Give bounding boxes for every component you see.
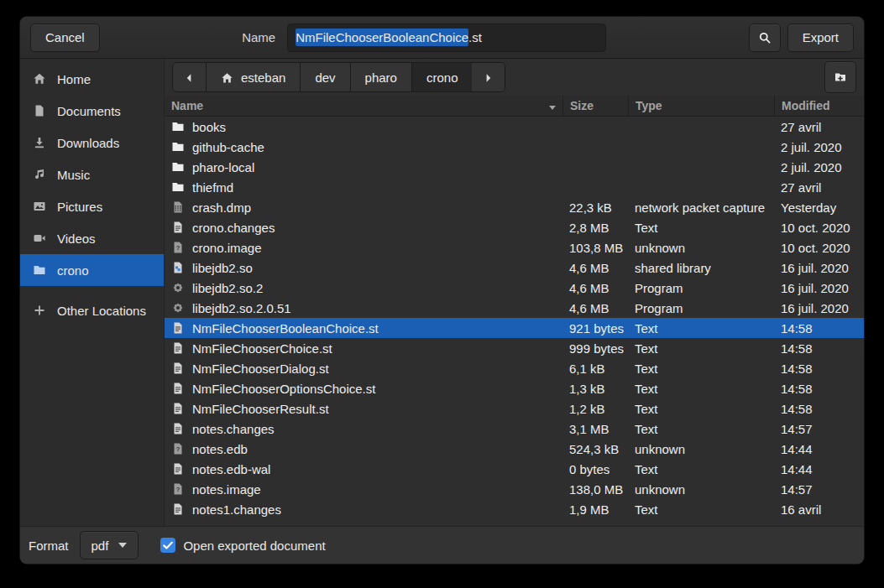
path-crumb-crono[interactable]: crono — [412, 63, 473, 91]
folder-icon — [171, 180, 185, 194]
new-folder-icon — [834, 70, 847, 84]
file-name: books — [192, 120, 226, 134]
dialog-body: HomeDocumentsDownloadsMusicPicturesVideo… — [20, 59, 864, 526]
program-file-icon — [171, 281, 185, 294]
svg-text:?: ? — [176, 445, 180, 453]
file-type: Program — [628, 301, 774, 315]
filename-input[interactable]: NmFileChooserBooleanChoice.st — [287, 23, 606, 52]
sidebar: HomeDocumentsDownloadsMusicPicturesVideo… — [20, 59, 165, 526]
column-header-name[interactable]: Name — [165, 96, 562, 116]
file-modified: 10 oct. 2020 — [774, 221, 864, 235]
content-pane: estebandevpharocrono NameSizeTypeModifie… — [165, 59, 864, 526]
text-file-icon — [171, 462, 185, 476]
file-name: NmFileChooserResult.st — [192, 402, 329, 416]
file-row-nmfilechooserchoice-st[interactable]: NmFileChooserChoice.st999 bytesText14:58 — [165, 338, 864, 358]
sidebar-item-label: Videos — [57, 232, 96, 246]
file-name: NmFileChooserBooleanChoice.st — [192, 321, 379, 336]
music-icon — [33, 168, 46, 181]
sidebar-item-downloads[interactable]: Downloads — [20, 127, 164, 159]
file-row-notes-changes[interactable]: notes.changes3,1 MBText14:57 — [165, 419, 864, 439]
file-type: Text — [628, 382, 774, 396]
download-icon — [33, 136, 46, 149]
file-row-nmfilechooserdialog-st[interactable]: NmFileChooserDialog.st6,1 kBText14:58 — [165, 358, 864, 378]
unknown-file-icon: ? — [171, 482, 185, 496]
file-size: 138,0 MB — [562, 482, 628, 497]
file-modified: Yesterday — [774, 200, 864, 215]
path-crumb-label: esteban — [241, 70, 285, 85]
file-modified: 16 juil. 2020 — [774, 261, 864, 275]
sidebar-item-other-locations[interactable]: Other Locations — [20, 294, 164, 326]
file-name: pharo-local — [192, 160, 254, 174]
file-row-github-cache[interactable]: github-cache2 juil. 2020 — [165, 137, 864, 157]
file-row-notes-image[interactable]: ?notes.image138,0 MBunknown14:57 — [165, 479, 864, 499]
filename-selected-text: NmFileChooserBooleanChoice — [296, 29, 468, 46]
check-icon — [161, 539, 175, 552]
path-back-button[interactable] — [173, 63, 207, 91]
file-row-nmfilechooserresult-st[interactable]: NmFileChooserResult.st1,2 kBText14:58 — [165, 398, 864, 419]
file-type: unknown — [628, 482, 774, 497]
file-size: 921 bytes — [562, 321, 628, 336]
file-size: 999 bytes — [562, 341, 628, 356]
file-row-libejdb2-so-2-0-51[interactable]: libejdb2.so.2.0.514,6 MBProgram16 juil. … — [165, 298, 864, 318]
file-type: network packet capture — [628, 200, 774, 215]
sidebar-item-crono[interactable]: crono — [20, 254, 164, 286]
pathbar: estebandevpharocrono — [172, 62, 505, 92]
home-icon — [221, 71, 233, 84]
file-row-libejdb2-so[interactable]: libejdb2.so4,6 MBshared library16 juil. … — [165, 258, 864, 278]
file-row-crono-image[interactable]: ?crono.image103,8 MBunknown10 oct. 2020 — [165, 237, 864, 258]
column-header-type[interactable]: Type — [628, 96, 774, 116]
search-icon — [758, 31, 772, 44]
file-type: Text — [628, 462, 774, 476]
file-name: crash.dmp — [192, 200, 251, 215]
file-row-notes-edb[interactable]: ?notes.edb524,3 kBunknown14:44 — [165, 439, 864, 459]
folder-icon — [171, 140, 185, 154]
header-bar: Cancel Name NmFileChooserBooleanChoice.s… — [20, 17, 864, 59]
path-crumb-dev[interactable]: dev — [301, 63, 350, 91]
unknown-file-icon: ? — [171, 241, 185, 254]
file-row-books[interactable]: books27 avril — [165, 117, 864, 137]
open-exported-checkbox[interactable] — [160, 538, 175, 553]
chevron-left-icon — [183, 71, 196, 84]
new-folder-button[interactable] — [824, 61, 856, 93]
format-dropdown[interactable]: pdf — [80, 531, 139, 559]
sidebar-item-documents[interactable]: Documents — [20, 95, 164, 127]
column-header-label: Type — [636, 99, 662, 112]
file-modified: 14:44 — [774, 462, 864, 476]
file-row-crash-dmp[interactable]: crash.dmp22,3 kBnetwork packet captureYe… — [165, 197, 864, 217]
file-type: shared library — [628, 261, 774, 275]
path-crumb-pharo[interactable]: pharo — [351, 63, 412, 91]
file-modified: 14:58 — [774, 402, 864, 416]
file-name: notes.edb-wal — [192, 462, 270, 476]
file-row-crono-changes[interactable]: crono.changes2,8 MBText10 oct. 2020 — [165, 217, 864, 237]
sidebar-item-videos[interactable]: Videos — [20, 222, 164, 254]
column-header-modified[interactable]: Modified — [774, 96, 864, 116]
file-name: NmFileChooserOptionsChoice.st — [192, 382, 375, 396]
search-button[interactable] — [749, 23, 781, 52]
file-row-notes-edb-wal[interactable]: notes.edb-wal0 bytesText14:44 — [165, 459, 864, 479]
export-button[interactable]: Export — [787, 23, 854, 52]
file-row-pharo-local[interactable]: pharo-local2 juil. 2020 — [165, 157, 864, 177]
path-forward-button[interactable] — [472, 63, 505, 91]
file-type: Text — [628, 221, 774, 235]
sidebar-item-music[interactable]: Music — [20, 159, 164, 190]
file-row-libejdb2-so-2[interactable]: libejdb2.so.24,6 MBProgram16 juil. 2020 — [165, 278, 864, 298]
file-modified: 14:58 — [774, 341, 864, 356]
file-row-nmfilechooseroptionschoice-st[interactable]: NmFileChooserOptionsChoice.st1,3 kBText1… — [165, 378, 864, 398]
path-crumb-esteban[interactable]: esteban — [207, 63, 301, 91]
file-chooser-dialog: Cancel Name NmFileChooserBooleanChoice.s… — [20, 17, 864, 564]
text-file-icon — [171, 422, 185, 435]
cancel-button[interactable]: Cancel — [30, 23, 100, 52]
sidebar-item-pictures[interactable]: Pictures — [20, 190, 164, 222]
chevron-down-icon — [118, 543, 127, 548]
column-header-size[interactable]: Size — [562, 96, 628, 116]
library-file-icon — [171, 261, 185, 274]
file-row-notes1-changes[interactable]: notes1.changes1,9 MBText16 avril — [165, 499, 864, 519]
file-row-nmfilechooserbooleanchoice-st[interactable]: NmFileChooserBooleanChoice.st921 bytesTe… — [165, 318, 864, 338]
sidebar-item-home[interactable]: Home — [20, 63, 164, 95]
folder-icon — [171, 120, 185, 133]
text-file-icon — [171, 341, 185, 355]
file-name: libejdb2.so — [192, 261, 253, 275]
file-size: 6,1 kB — [562, 362, 628, 376]
sort-descending-icon — [549, 99, 556, 112]
file-row-thiefmd[interactable]: thiefmd27 avril — [165, 177, 864, 197]
